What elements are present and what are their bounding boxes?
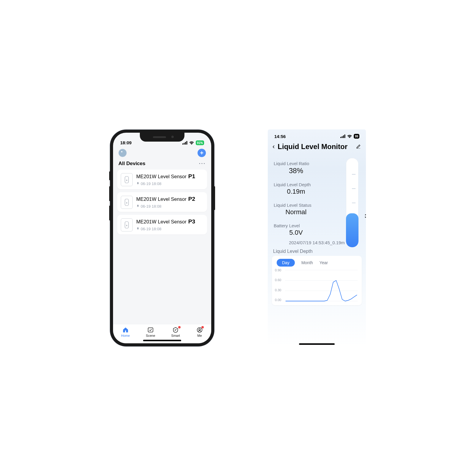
device-tag: P3 [188, 218, 195, 225]
device-card[interactable]: ME201W Level Sensor P2 06-19 18:08 [117, 192, 207, 212]
home-indicator[interactable] [143, 340, 181, 341]
svg-rect-11 [342, 136, 342, 138]
edit-button[interactable] [356, 143, 361, 151]
tab-smart[interactable]: Smart [171, 327, 180, 337]
metric-value: 0.19m [274, 188, 318, 195]
home-indicator[interactable] [299, 343, 335, 345]
back-button[interactable]: ‹ [273, 143, 275, 151]
tab-label: Home [121, 334, 130, 337]
sensor-icon [121, 173, 133, 186]
notification-dot [201, 326, 204, 328]
tank-label: 38% [365, 213, 366, 219]
status-time: 14:56 [274, 134, 286, 139]
svg-rect-3 [186, 141, 187, 145]
wifi-icon [189, 141, 194, 145]
svg-rect-7 [148, 328, 153, 332]
section-title: All Devices [118, 161, 145, 167]
chart-card: Day Month Year 0.90 0.60 0.30 0.00 [272, 256, 362, 305]
svg-rect-1 [184, 143, 184, 145]
tab-scene[interactable]: Scene [146, 327, 155, 337]
range-day[interactable]: Day [277, 259, 295, 267]
wifi-icon [347, 134, 352, 138]
bell-icon [136, 227, 140, 231]
y-tick: 0.90 [275, 268, 281, 272]
y-tick: 0.30 [275, 288, 281, 292]
battery-icon: 91% [196, 140, 204, 145]
device-tag: P1 [188, 173, 195, 180]
device-timestamp: 06-19 18:08 [141, 227, 161, 231]
tab-label: Me [197, 334, 202, 337]
sensor-icon [121, 218, 133, 231]
device-timestamp: 06-19 18:08 [141, 181, 161, 186]
phone-notch [140, 133, 184, 142]
cellular-icon [182, 141, 187, 145]
avatar[interactable] [118, 149, 127, 157]
chart-area: 0.90 0.60 0.30 0.00 [275, 268, 359, 304]
svg-rect-13 [344, 134, 345, 138]
device-card[interactable]: ME201W Level Sensor P3 06-19 18:08 [117, 215, 207, 234]
svg-rect-0 [182, 143, 183, 145]
device-name: ME201W Level Sensor [136, 196, 187, 202]
metric-value: 38% [274, 167, 318, 175]
status-bar: 14:56 99 [268, 129, 366, 140]
svg-point-9 [199, 328, 201, 330]
metric-value: Normal [274, 208, 318, 216]
range-month[interactable]: Month [301, 260, 313, 265]
tab-home[interactable]: Home [121, 327, 130, 337]
tab-label: Scene [146, 334, 155, 337]
tab-me[interactable]: Me [196, 327, 203, 337]
page-title: Liquid Level Monitor [278, 143, 347, 151]
device-name: ME201W Level Sensor [136, 219, 187, 225]
status-time: 18:09 [120, 140, 131, 145]
svg-rect-12 [343, 135, 344, 138]
device-name: ME201W Level Sensor [136, 174, 187, 179]
metric-value: 5.0V [274, 229, 318, 237]
sensor-icon [121, 196, 133, 209]
bell-icon [136, 204, 140, 209]
svg-rect-10 [340, 137, 341, 138]
svg-rect-2 [185, 142, 186, 145]
device-card[interactable]: ME201W Level Sensor P1 06-19 18:08 [117, 170, 207, 189]
detail-screen: 14:56 99 ‹ Liquid Level Monitor Liqui [268, 129, 366, 347]
device-tag: P2 [188, 196, 195, 202]
y-tick: 0.60 [275, 278, 281, 282]
home-screen: 18:09 91% + All Devices ··· [113, 133, 211, 343]
more-button[interactable]: ··· [199, 161, 206, 167]
range-year[interactable]: Year [320, 260, 328, 265]
tab-label: Smart [171, 334, 180, 337]
add-button[interactable]: + [198, 149, 206, 157]
battery-icon: 99 [354, 134, 359, 139]
device-timestamp: 06-19 18:08 [141, 204, 161, 209]
cellular-icon [340, 134, 345, 138]
device-list: ME201W Level Sensor P1 06-19 18:08 ME201… [113, 170, 211, 234]
y-tick: 0.00 [275, 298, 281, 302]
phone-frame: 18:09 91% + All Devices ··· [110, 130, 214, 346]
notification-dot [178, 326, 181, 328]
bell-icon [136, 181, 140, 186]
tank-gauge: 38% [344, 158, 361, 250]
